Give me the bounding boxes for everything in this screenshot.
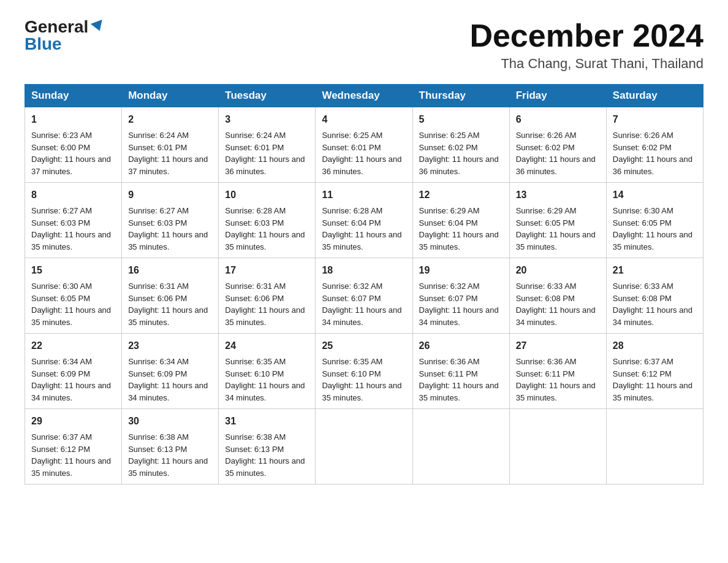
sunset-text: Sunset: 6:08 PM: [516, 294, 575, 303]
day-cell: 6Sunrise: 6:26 AMSunset: 6:02 PMDaylight…: [509, 107, 606, 183]
day-cell: [316, 409, 412, 484]
sunrise-text: Sunrise: 6:25 AM: [322, 131, 382, 140]
day-number: 16: [128, 263, 212, 278]
day-number: 8: [31, 188, 115, 202]
day-cell: 27Sunrise: 6:36 AMSunset: 6:11 PMDayligh…: [509, 334, 606, 409]
sunrise-text: Sunrise: 6:38 AM: [128, 432, 189, 442]
day-cell: 5Sunrise: 6:25 AMSunset: 6:02 PMDaylight…: [412, 107, 509, 183]
daylight-text: Daylight: 11 hours and 34 minutes.: [31, 381, 111, 402]
day-cell: 7Sunrise: 6:26 AMSunset: 6:02 PMDaylight…: [606, 107, 703, 183]
sunrise-text: Sunrise: 6:29 AM: [419, 206, 480, 215]
day-number: 2: [128, 112, 212, 127]
week-row-4: 22Sunrise: 6:34 AMSunset: 6:09 PMDayligh…: [25, 334, 703, 409]
week-row-1: 1Sunrise: 6:23 AMSunset: 6:00 PMDaylight…: [25, 107, 703, 183]
day-cell: 14Sunrise: 6:30 AMSunset: 6:05 PMDayligh…: [606, 183, 703, 258]
daylight-text: Daylight: 11 hours and 35 minutes.: [516, 381, 596, 402]
logo-blue-text: Blue: [25, 36, 62, 53]
day-number: 5: [419, 112, 503, 127]
day-number: 10: [225, 188, 309, 202]
sunset-text: Sunset: 6:12 PM: [31, 445, 90, 454]
day-number: 29: [31, 414, 115, 429]
daylight-text: Daylight: 11 hours and 35 minutes.: [613, 381, 692, 402]
sunrise-text: Sunrise: 6:29 AM: [516, 206, 577, 215]
daylight-text: Daylight: 11 hours and 35 minutes.: [322, 230, 401, 251]
sunrise-text: Sunrise: 6:34 AM: [128, 357, 189, 366]
day-number: 17: [225, 263, 309, 278]
day-number: 20: [516, 263, 600, 278]
logo: General Blue: [25, 18, 104, 53]
day-cell: [509, 409, 606, 484]
weekday-header-monday: Monday: [122, 85, 219, 107]
daylight-text: Daylight: 11 hours and 36 minutes.: [613, 155, 692, 176]
sunset-text: Sunset: 6:03 PM: [225, 218, 284, 228]
daylight-text: Daylight: 11 hours and 35 minutes.: [225, 456, 305, 478]
sunset-text: Sunset: 6:05 PM: [613, 218, 672, 228]
sunrise-text: Sunrise: 6:28 AM: [225, 206, 286, 215]
sunset-text: Sunset: 6:09 PM: [128, 369, 187, 378]
day-number: 14: [613, 188, 697, 202]
daylight-text: Daylight: 11 hours and 34 minutes.: [128, 381, 208, 402]
day-cell: 28Sunrise: 6:37 AMSunset: 6:12 PMDayligh…: [606, 334, 703, 409]
day-cell: 3Sunrise: 6:24 AMSunset: 6:01 PMDaylight…: [219, 107, 316, 183]
daylight-text: Daylight: 11 hours and 36 minutes.: [322, 155, 401, 176]
daylight-text: Daylight: 11 hours and 34 minutes.: [613, 305, 692, 327]
day-cell: 26Sunrise: 6:36 AMSunset: 6:11 PMDayligh…: [412, 334, 509, 409]
location-title: Tha Chang, Surat Thani, Thailand: [469, 56, 703, 72]
day-number: 30: [128, 414, 212, 429]
sunset-text: Sunset: 6:06 PM: [128, 294, 187, 303]
day-cell: 13Sunrise: 6:29 AMSunset: 6:05 PMDayligh…: [509, 183, 606, 258]
sunrise-text: Sunrise: 6:34 AM: [31, 357, 92, 366]
sunrise-text: Sunrise: 6:28 AM: [322, 206, 382, 215]
sunrise-text: Sunrise: 6:24 AM: [225, 131, 286, 140]
week-row-2: 8Sunrise: 6:27 AMSunset: 6:03 PMDaylight…: [25, 183, 703, 258]
day-cell: 16Sunrise: 6:31 AMSunset: 6:06 PMDayligh…: [122, 258, 219, 334]
day-cell: 4Sunrise: 6:25 AMSunset: 6:01 PMDaylight…: [316, 107, 412, 183]
sunset-text: Sunset: 6:05 PM: [31, 294, 90, 303]
day-cell: 1Sunrise: 6:23 AMSunset: 6:00 PMDaylight…: [25, 107, 122, 183]
daylight-text: Daylight: 11 hours and 35 minutes.: [613, 230, 692, 251]
weekday-header-friday: Friday: [509, 85, 606, 107]
weekday-header-tuesday: Tuesday: [219, 85, 316, 107]
day-number: 26: [419, 339, 503, 353]
week-row-3: 15Sunrise: 6:30 AMSunset: 6:05 PMDayligh…: [25, 258, 703, 334]
day-cell: 15Sunrise: 6:30 AMSunset: 6:05 PMDayligh…: [25, 258, 122, 334]
sunset-text: Sunset: 6:01 PM: [322, 143, 381, 152]
daylight-text: Daylight: 11 hours and 36 minutes.: [419, 155, 499, 176]
daylight-text: Daylight: 11 hours and 35 minutes.: [419, 230, 499, 251]
daylight-text: Daylight: 11 hours and 35 minutes.: [322, 381, 401, 402]
sunrise-text: Sunrise: 6:36 AM: [516, 357, 577, 366]
day-cell: 22Sunrise: 6:34 AMSunset: 6:09 PMDayligh…: [25, 334, 122, 409]
sunset-text: Sunset: 6:13 PM: [225, 445, 284, 454]
sunset-text: Sunset: 6:02 PM: [516, 143, 575, 152]
logo-triangle-icon: [91, 20, 105, 33]
day-cell: 9Sunrise: 6:27 AMSunset: 6:03 PMDaylight…: [122, 183, 219, 258]
daylight-text: Daylight: 11 hours and 35 minutes.: [128, 230, 208, 251]
daylight-text: Daylight: 11 hours and 36 minutes.: [225, 155, 305, 176]
day-cell: 12Sunrise: 6:29 AMSunset: 6:04 PMDayligh…: [412, 183, 509, 258]
sunset-text: Sunset: 6:08 PM: [613, 294, 672, 303]
day-cell: 20Sunrise: 6:33 AMSunset: 6:08 PMDayligh…: [509, 258, 606, 334]
sunset-text: Sunset: 6:10 PM: [225, 369, 284, 378]
day-number: 23: [128, 339, 212, 353]
daylight-text: Daylight: 11 hours and 35 minutes.: [31, 456, 111, 478]
sunset-text: Sunset: 6:07 PM: [419, 294, 478, 303]
day-number: 13: [516, 188, 600, 202]
sunrise-text: Sunrise: 6:23 AM: [31, 131, 92, 140]
sunrise-text: Sunrise: 6:35 AM: [322, 357, 382, 366]
sunrise-text: Sunrise: 6:38 AM: [225, 432, 286, 442]
weekday-header-thursday: Thursday: [412, 85, 509, 107]
month-title: December 2024: [469, 18, 703, 53]
daylight-text: Daylight: 11 hours and 34 minutes.: [225, 381, 305, 402]
sunrise-text: Sunrise: 6:24 AM: [128, 131, 189, 140]
day-number: 25: [322, 339, 406, 353]
daylight-text: Daylight: 11 hours and 35 minutes.: [128, 305, 208, 327]
sunrise-text: Sunrise: 6:37 AM: [613, 357, 673, 366]
sunset-text: Sunset: 6:11 PM: [516, 369, 575, 378]
sunset-text: Sunset: 6:04 PM: [419, 218, 478, 228]
sunset-text: Sunset: 6:11 PM: [419, 369, 478, 378]
sunset-text: Sunset: 6:01 PM: [128, 143, 187, 152]
day-number: 28: [613, 339, 697, 353]
day-cell: 8Sunrise: 6:27 AMSunset: 6:03 PMDaylight…: [25, 183, 122, 258]
header: General Blue December 2024 Tha Chang, Su…: [25, 18, 703, 72]
weekday-header-wednesday: Wednesday: [316, 85, 412, 107]
